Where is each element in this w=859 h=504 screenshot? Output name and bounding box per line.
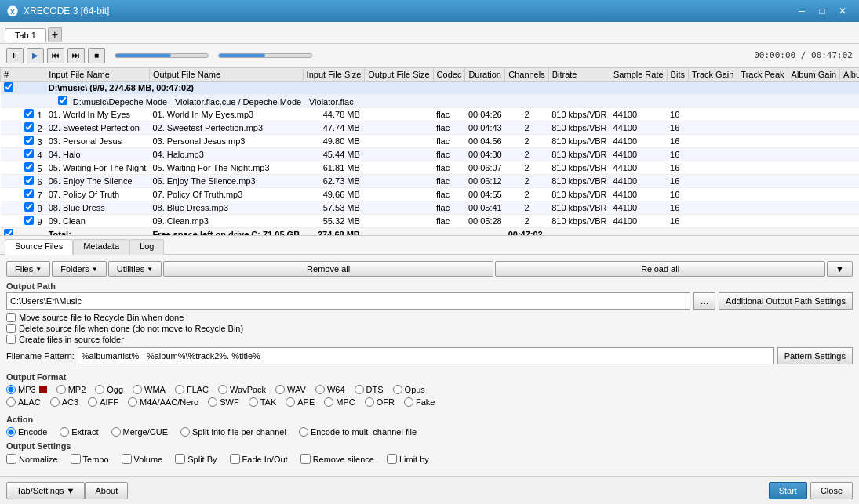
radio-mp2[interactable] <box>56 385 66 394</box>
os-normalize[interactable]: Normalize <box>6 454 58 464</box>
fmt-swf[interactable]: SWF <box>208 397 238 407</box>
radio-opus[interactable] <box>393 385 402 394</box>
radio-flac[interactable] <box>175 385 184 394</box>
fmt-mpc[interactable]: MPC <box>324 397 355 407</box>
track-checkbox[interactable] <box>24 202 34 212</box>
track-checkbox-cell[interactable]: 4 <box>1 148 45 161</box>
next-button[interactable]: ⏭ <box>67 48 85 63</box>
album-checkbox[interactable] <box>58 96 67 105</box>
table-row[interactable]: 6 06. Enjoy The Silence 06. Enjoy The Si… <box>1 175 860 188</box>
radio-aiff[interactable] <box>88 397 97 407</box>
reload-all-button[interactable]: Reload all <box>495 261 825 277</box>
drive-row[interactable]: D:\music\ (9/9, 274.68 MB, 00:47:02) <box>1 82 860 95</box>
radio-mpc[interactable] <box>324 397 333 407</box>
os-volume[interactable]: Volume <box>122 454 163 464</box>
track-checkbox[interactable] <box>24 149 34 158</box>
track-checkbox-cell[interactable]: 7 <box>1 188 45 201</box>
btab-log[interactable]: Log <box>129 239 164 255</box>
checkbox-fade-in-out[interactable] <box>230 454 240 464</box>
table-row[interactable]: 7 07. Policy Of Truth 07. Policy Of Trut… <box>1 188 860 201</box>
track-checkbox-cell[interactable]: 3 <box>1 135 45 148</box>
table-row[interactable]: 5 05. Waiting For The Night 05. Waiting … <box>1 161 860 175</box>
file-table-container[interactable]: # Input File Name Output File Name Input… <box>0 67 859 236</box>
checkbox-remove-silence[interactable] <box>300 454 311 464</box>
track-checkbox[interactable] <box>24 109 34 118</box>
track-checkbox-cell[interactable]: 9 <box>1 215 45 228</box>
radio-encode-multi[interactable] <box>299 427 308 437</box>
radio-wavpack[interactable] <box>218 385 227 394</box>
radio-extract[interactable] <box>60 427 69 437</box>
maximize-button[interactable]: □ <box>812 3 832 19</box>
radio-encode[interactable] <box>6 427 16 437</box>
move-to-recycle-checkbox[interactable] <box>6 313 16 322</box>
os-tempo[interactable]: Tempo <box>71 454 109 464</box>
track-checkbox[interactable] <box>24 122 34 132</box>
utilities-button[interactable]: Utilities ▼ <box>108 261 162 277</box>
track-checkbox-cell[interactable]: 8 <box>1 201 45 215</box>
drive-checkbox-cell[interactable] <box>1 82 45 95</box>
radio-swf[interactable] <box>208 397 217 407</box>
prev-button[interactable]: ⏮ <box>47 48 64 63</box>
fmt-aiff[interactable]: AIFF <box>88 397 118 407</box>
track-checkbox-cell[interactable]: 5 <box>1 161 45 175</box>
checkbox-normalize[interactable] <box>6 454 16 464</box>
track-checkbox[interactable] <box>24 136 34 145</box>
radio-wma[interactable] <box>133 385 142 394</box>
fmt-ac3[interactable]: AC3 <box>50 397 78 407</box>
btab-source-files[interactable]: Source Files <box>5 239 73 255</box>
fmt-ofr[interactable]: OFR <box>365 397 395 407</box>
fmt-wavpack[interactable]: WavPack <box>218 385 266 394</box>
total-checkbox-cell[interactable] <box>1 228 45 237</box>
track-checkbox-cell[interactable]: 2 <box>1 121 45 135</box>
about-button[interactable]: About <box>85 482 128 499</box>
action-extract[interactable]: Extract <box>60 427 98 437</box>
fmt-w64[interactable]: W64 <box>315 385 345 394</box>
os-split-by[interactable]: Split By <box>175 454 217 464</box>
table-row[interactable]: 2 02. Sweetest Perfection 02. Sweetest P… <box>1 121 860 135</box>
fmt-opus[interactable]: Opus <box>393 385 425 394</box>
fmt-alac[interactable]: ALAC <box>6 397 41 407</box>
album-row[interactable]: D:\music\Depeche Mode - Violator.flac.cu… <box>1 95 860 108</box>
minimize-button[interactable]: ─ <box>792 3 812 19</box>
action-encode-multi[interactable]: Encode to multi-channel file <box>299 427 417 437</box>
checkbox-limit-by[interactable] <box>387 454 397 464</box>
os-remove-silence[interactable]: Remove silence <box>300 454 374 464</box>
radio-ape[interactable] <box>286 397 295 407</box>
os-fade-in-out[interactable]: Fade In/Out <box>230 454 288 464</box>
fmt-dts[interactable]: DTS <box>355 385 384 394</box>
start-button[interactable]: Start <box>769 482 807 499</box>
checkbox-tempo[interactable] <box>71 454 81 464</box>
track-checkbox[interactable] <box>24 176 34 185</box>
album-checkbox-cell[interactable] <box>1 95 45 108</box>
action-split-channel[interactable]: Split into file per channel <box>180 427 286 437</box>
action-encode[interactable]: Encode <box>6 427 47 437</box>
checkbox-volume[interactable] <box>122 454 132 464</box>
fmt-wav[interactable]: WAV <box>275 385 306 394</box>
drive-checkbox[interactable] <box>4 82 13 92</box>
radio-w64[interactable] <box>315 385 325 394</box>
radio-wav[interactable] <box>275 385 285 394</box>
radio-split-channel[interactable] <box>180 427 190 437</box>
fmt-wma[interactable]: WMA <box>133 385 166 394</box>
action-merge-cue[interactable]: Merge/CUE <box>111 427 168 437</box>
files-button[interactable]: Files ▼ <box>6 261 50 277</box>
total-checkbox[interactable] <box>4 229 13 236</box>
additional-output-settings-button[interactable]: Additional Output Path Settings <box>719 292 853 310</box>
fmt-flac[interactable]: FLAC <box>175 385 209 394</box>
table-row[interactable]: 1 01. World In My Eyes 01. World In My E… <box>1 108 860 121</box>
create-in-source-checkbox[interactable] <box>6 335 16 344</box>
track-checkbox-cell[interactable]: 6 <box>1 175 45 188</box>
os-limit-by[interactable]: Limit by <box>387 454 429 464</box>
browse-button[interactable]: ... <box>693 292 715 310</box>
fmt-ogg[interactable]: Ogg <box>95 385 123 394</box>
play-button[interactable]: ▶ <box>27 48 44 63</box>
slider-track-2[interactable] <box>218 53 312 58</box>
table-row[interactable]: 8 08. Blue Dress 08. Blue Dress.mp3 57.5… <box>1 201 860 215</box>
radio-ogg[interactable] <box>95 385 104 394</box>
table-row[interactable]: 4 04. Halo 04. Halo.mp3 45.44 MB flac 00… <box>1 148 860 161</box>
fmt-fake[interactable]: Fake <box>404 397 435 407</box>
fmt-ape[interactable]: APE <box>286 397 315 407</box>
radio-merge-cue[interactable] <box>111 427 121 437</box>
stop-button[interactable]: ■ <box>88 48 105 63</box>
fmt-tak[interactable]: TAK <box>249 397 277 407</box>
